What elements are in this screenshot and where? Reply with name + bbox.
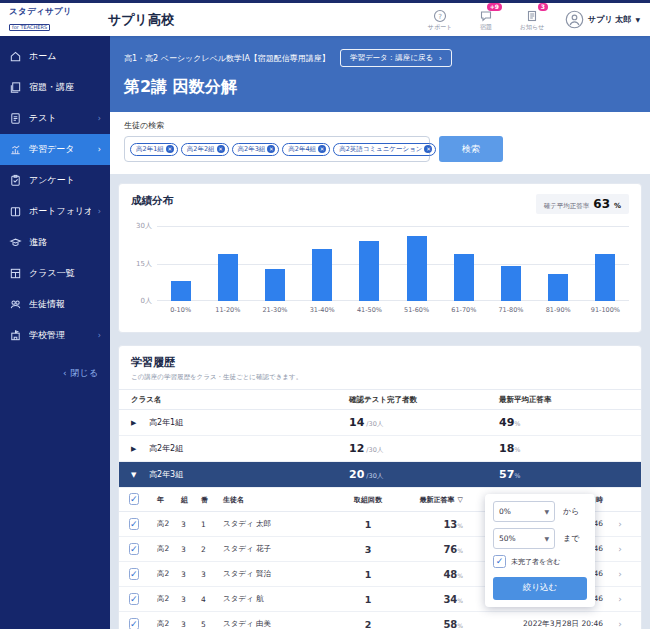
close-icon[interactable]: ✕ [424, 145, 432, 153]
row-chevron-icon[interactable]: › [609, 569, 631, 579]
row-checkbox[interactable] [129, 543, 139, 555]
bar [454, 254, 474, 302]
user-menu[interactable]: サプリ 太郎 ▼ [565, 10, 640, 29]
homework-icon [9, 81, 22, 94]
chart-title: 成績分布 [131, 194, 173, 208]
sidebar-item-school-admin[interactable]: 学校管理 › [0, 320, 110, 351]
chevron-right-icon: › [98, 114, 101, 123]
survey-icon [9, 174, 22, 187]
support-nav-item[interactable]: ? サポート [423, 8, 457, 32]
chevron-down-icon: ▼ [544, 535, 549, 542]
average-rate-badge: 確テ平均正答率 63 % [536, 194, 629, 214]
students-icon [9, 298, 22, 311]
close-icon[interactable]: ✕ [267, 145, 275, 153]
page-title: 第2講 因数分解 [124, 77, 636, 98]
row-checkbox[interactable] [129, 593, 139, 605]
chevron-down-icon: ▼ [544, 508, 549, 515]
expand-triangle-icon[interactable]: ▶ [131, 445, 149, 453]
portfolio-icon [9, 205, 22, 218]
bar-chart: 30人 15人 0人 [131, 226, 629, 301]
include-incomplete-checkbox[interactable] [493, 555, 506, 568]
rate-to-select[interactable]: 50% ▼ [493, 528, 555, 549]
logo-title: スタディサプリ [9, 7, 108, 16]
notifications-badge: 3 [538, 3, 548, 12]
sidebar-collapse-button[interactable]: ‹閉じる [0, 367, 110, 380]
class-chip[interactable]: 高2年2組 ✕ [181, 143, 229, 156]
history-subtitle: この講座の学習履歴をクラス・生徒ごとに確認できます。 [131, 373, 629, 382]
homework-nav-item[interactable]: +9 宿題 [469, 8, 503, 32]
course-breadcrumb: 高1・高2 ベーシックレベル数学IA【宿題配信専用講座】 [124, 53, 330, 64]
sidebar-item-career[interactable]: 進路 [0, 227, 110, 258]
sidebar: ホーム 宿題・講座 テスト › 学習データ › アンケート ポートフォリオ › … [0, 36, 110, 629]
chevron-right-icon: › [98, 207, 101, 216]
sidebar-item-portfolio[interactable]: ポートフォリオ › [0, 196, 110, 227]
row-checkbox[interactable] [129, 568, 139, 580]
select-all-checkbox[interactable] [129, 493, 139, 505]
school-building-icon [9, 329, 22, 342]
support-label: サポート [428, 23, 452, 32]
close-icon[interactable]: ✕ [318, 145, 326, 153]
class-table-header: クラス名 確認テスト完了者数 最新平均正答率 [119, 389, 641, 410]
row-chevron-icon[interactable]: › [609, 519, 631, 529]
sidebar-item-home[interactable]: ホーム [0, 41, 110, 72]
class-chip[interactable]: 高2年1組 ✕ [130, 143, 178, 156]
back-to-course-button[interactable]: 学習データ：講座に戻る › [340, 49, 452, 67]
class-multi-select[interactable]: 高2年1組 ✕ 高2年2組 ✕ 高2年3組 ✕ 高2年4組 ✕ [124, 136, 430, 162]
close-icon[interactable]: ✕ [166, 145, 174, 153]
row-chevron-icon[interactable]: › [609, 594, 631, 604]
search-button[interactable]: 検索 [439, 136, 503, 162]
chevron-right-icon: › [98, 331, 101, 340]
grade-distribution-panel: 成績分布 確テ平均正答率 63 % 30人 15人 0人 [118, 183, 642, 333]
sidebar-item-student-info[interactable]: 生徒情報 [0, 289, 110, 320]
y-axis: 30人 15人 0人 [131, 226, 157, 301]
class-row[interactable]: ▶ 高2年2組 12/30人 18% [119, 436, 641, 462]
bar [171, 281, 191, 301]
sidebar-item-test[interactable]: テスト › [0, 103, 110, 134]
row-chevron-icon[interactable]: › [609, 544, 631, 554]
bar [407, 236, 427, 301]
expand-triangle-icon[interactable]: ▶ [131, 419, 149, 427]
apply-filter-button[interactable]: 絞り込む [493, 577, 587, 600]
rate-filter-popover: 0% ▼ から 50% ▼ まで 未完了者を含む 絞り込む [485, 494, 595, 607]
row-chevron-icon[interactable]: › [609, 619, 631, 629]
sidebar-item-learning-data[interactable]: 学習データ › [0, 134, 110, 165]
logo-subtitle: for TEACHERS [9, 24, 50, 31]
row-checkbox[interactable] [129, 618, 139, 629]
home-icon [9, 50, 22, 63]
bar [501, 266, 521, 301]
student-row[interactable]: 高2 3 5 スタディ 由美 2 58% 2022年3月28日 20:46 › [119, 612, 641, 629]
chevron-right-icon: › [439, 54, 442, 63]
header-nav: ? サポート +9 宿題 3 お知らせ サプリ 太郎 ▼ [423, 8, 650, 32]
question-circle-icon: ? [433, 8, 447, 22]
chart-icon [9, 143, 22, 156]
homework-badge: +9 [487, 3, 502, 12]
class-chip[interactable]: 高2年4組 ✕ [282, 143, 330, 156]
bar [548, 274, 568, 302]
bar [595, 254, 615, 302]
class-row-expanded[interactable]: ▼ 高2年3組 20/30人 57% [119, 462, 641, 488]
class-chip[interactable]: 高2年3組 ✕ [232, 143, 280, 156]
sidebar-item-survey[interactable]: アンケート [0, 165, 110, 196]
app-logo[interactable]: スタディサプリ for TEACHERS [0, 7, 108, 32]
svg-text:?: ? [438, 12, 442, 20]
sidebar-item-homework-courses[interactable]: 宿題・講座 [0, 72, 110, 103]
sidebar-item-class-list[interactable]: クラス一覧 [0, 258, 110, 289]
row-checkbox[interactable] [129, 518, 139, 530]
graduation-cap-icon [9, 236, 22, 249]
collapse-triangle-icon[interactable]: ▼ [131, 471, 149, 479]
chevron-right-icon: › [98, 145, 101, 154]
bars [157, 226, 629, 301]
user-name: サプリ 太郎 [588, 14, 631, 25]
close-icon[interactable]: ✕ [217, 145, 225, 153]
rate-from-select[interactable]: 0% ▼ [493, 501, 555, 522]
bar [265, 269, 285, 302]
avatar-icon [565, 10, 584, 29]
class-row[interactable]: ▶ 高2年1組 14/30人 49% [119, 410, 641, 436]
class-list-icon [9, 267, 22, 280]
student-search-section: 生徒の検索 高2年1組 ✕ 高2年2組 ✕ 高2年3組 ✕ [110, 112, 650, 174]
notifications-label: お知らせ [520, 23, 544, 32]
class-chip[interactable]: 高2英語コミュニケーション ✕ [333, 143, 436, 156]
x-axis-labels: 0-10% 11-20% 21-30% 31-40% 41-50% 51-60%… [157, 306, 629, 314]
course-hero: 高1・高2 ベーシックレベル数学IA【宿題配信専用講座】 学習データ：講座に戻る… [110, 36, 650, 112]
notifications-nav-item[interactable]: 3 お知らせ [515, 8, 549, 32]
